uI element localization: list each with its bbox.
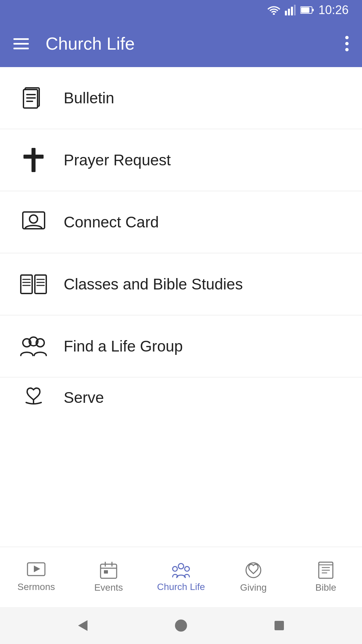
bible-nav-icon xyxy=(318,561,334,579)
back-button[interactable] xyxy=(73,615,93,636)
sermons-nav-icon xyxy=(27,562,46,578)
menu-item-bulletin[interactable]: Bulletin xyxy=(0,67,362,129)
events-nav-icon xyxy=(100,561,117,579)
nav-item-events[interactable]: Events xyxy=(72,547,145,607)
nav-item-bible[interactable]: Bible xyxy=(290,547,362,607)
android-nav-bar xyxy=(0,607,362,644)
giving-nav-label: Giving xyxy=(240,582,266,593)
menu-item-find-life-group[interactable]: Find a Life Group xyxy=(0,315,362,377)
nav-item-sermons[interactable]: Sermons xyxy=(0,547,72,607)
overflow-menu-icon[interactable] xyxy=(345,36,349,51)
find-life-group-label: Find a Life Group xyxy=(64,337,183,355)
events-nav-label: Events xyxy=(94,582,123,593)
menu-list: Bulletin Prayer Request Connect Card xyxy=(0,67,362,547)
svg-rect-3 xyxy=(291,7,293,15)
svg-rect-1 xyxy=(285,11,287,15)
svg-rect-6 xyxy=(301,7,309,13)
sermons-nav-label: Sermons xyxy=(17,582,55,592)
svg-rect-35 xyxy=(104,570,108,574)
svg-rect-31 xyxy=(101,564,117,578)
svg-marker-45 xyxy=(78,620,87,631)
bottom-nav: Sermons Events Church Life Giving xyxy=(0,547,362,607)
status-bar: 10:26 xyxy=(0,0,362,20)
svg-rect-13 xyxy=(32,148,36,172)
svg-marker-30 xyxy=(34,566,40,572)
app-bar-title: Church Life xyxy=(46,34,332,54)
cross-icon xyxy=(17,148,50,172)
connect-card-label: Connect Card xyxy=(64,213,159,231)
book-icon xyxy=(17,273,50,295)
prayer-request-label: Prayer Request xyxy=(64,151,171,169)
svg-point-46 xyxy=(175,620,187,632)
home-button[interactable] xyxy=(171,615,191,636)
svg-point-16 xyxy=(29,215,38,223)
status-icons: 10:26 xyxy=(267,3,349,17)
svg-rect-2 xyxy=(288,9,290,15)
svg-point-37 xyxy=(173,567,177,571)
connect-card-icon xyxy=(17,210,50,234)
svg-point-0 xyxy=(273,13,275,15)
svg-rect-17 xyxy=(21,275,32,293)
bulletin-label: Bulletin xyxy=(64,89,114,107)
menu-item-serve[interactable]: Serve xyxy=(0,377,362,418)
wifi-icon xyxy=(267,5,280,15)
bible-nav-label: Bible xyxy=(315,582,336,593)
svg-point-38 xyxy=(185,567,189,571)
church-life-nav-label: Church Life xyxy=(157,582,205,592)
recents-button[interactable] xyxy=(269,615,289,636)
classes-bible-studies-label: Classes and Bible Studies xyxy=(64,275,243,293)
group-icon xyxy=(17,335,50,357)
menu-item-classes-bible-studies[interactable]: Classes and Bible Studies xyxy=(0,253,362,315)
bulletin-icon xyxy=(17,86,50,110)
svg-rect-47 xyxy=(275,621,284,630)
app-bar: Church Life xyxy=(0,20,362,67)
svg-rect-4 xyxy=(294,5,296,15)
svg-rect-7 xyxy=(312,9,314,11)
hamburger-menu-icon[interactable] xyxy=(13,38,29,49)
menu-item-connect-card[interactable]: Connect Card xyxy=(0,191,362,253)
signal-icon xyxy=(285,5,296,15)
svg-rect-14 xyxy=(23,155,44,159)
svg-rect-9 xyxy=(23,90,38,108)
menu-item-prayer-request[interactable]: Prayer Request xyxy=(0,129,362,191)
svg-rect-18 xyxy=(35,275,46,293)
serve-label: Serve xyxy=(64,388,104,407)
church-life-nav-icon xyxy=(172,562,190,578)
giving-nav-icon xyxy=(245,561,262,579)
svg-point-36 xyxy=(178,564,184,569)
serve-icon xyxy=(17,386,50,409)
nav-item-giving[interactable]: Giving xyxy=(217,547,290,607)
nav-item-church-life[interactable]: Church Life xyxy=(145,547,217,607)
battery-icon xyxy=(300,6,314,14)
status-time: 10:26 xyxy=(318,3,349,17)
